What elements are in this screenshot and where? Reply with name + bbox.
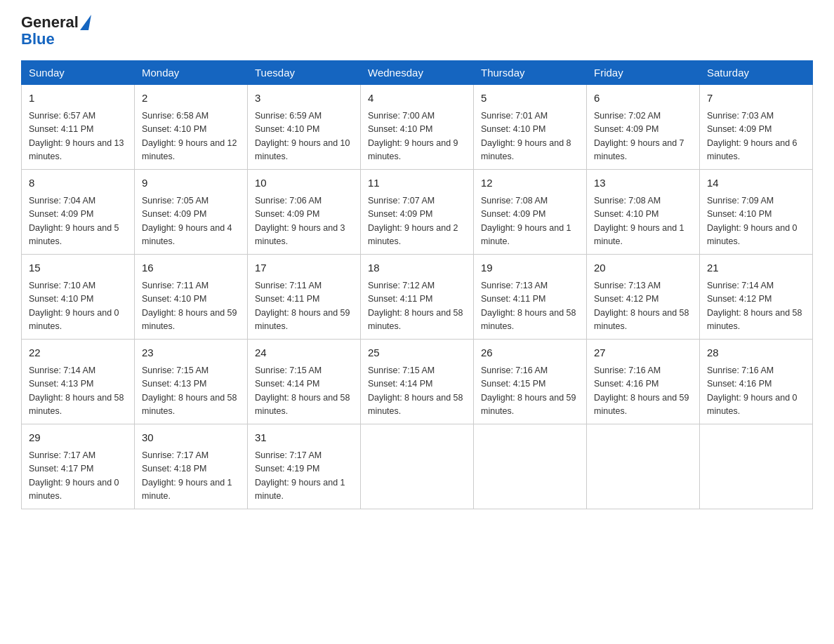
day-number: 31 xyxy=(255,430,353,446)
day-info: Sunrise: 7:08 AMSunset: 4:09 PMDaylight:… xyxy=(481,194,579,249)
day-info: Sunrise: 7:02 AMSunset: 4:09 PMDaylight:… xyxy=(594,109,692,164)
logo-triangle xyxy=(80,15,91,30)
day-number: 7 xyxy=(707,90,805,107)
calendar-cell xyxy=(361,424,474,509)
calendar-cell: 14 Sunrise: 7:09 AMSunset: 4:10 PMDaylig… xyxy=(700,170,813,255)
calendar-header-monday: Monday xyxy=(135,61,248,85)
calendar-header-wednesday: Wednesday xyxy=(361,61,474,85)
day-info: Sunrise: 7:04 AMSunset: 4:09 PMDaylight:… xyxy=(29,194,127,249)
day-info: Sunrise: 7:10 AMSunset: 4:10 PMDaylight:… xyxy=(29,279,127,334)
calendar-cell: 23 Sunrise: 7:15 AMSunset: 4:13 PMDaylig… xyxy=(135,340,248,424)
day-number: 3 xyxy=(255,90,353,107)
day-info: Sunrise: 7:03 AMSunset: 4:09 PMDaylight:… xyxy=(707,109,805,164)
day-info: Sunrise: 7:14 AMSunset: 4:12 PMDaylight:… xyxy=(707,279,805,334)
calendar-cell: 24 Sunrise: 7:15 AMSunset: 4:14 PMDaylig… xyxy=(248,340,361,424)
day-number: 16 xyxy=(142,260,240,276)
calendar-cell xyxy=(700,424,813,509)
calendar-cell: 7 Sunrise: 7:03 AMSunset: 4:09 PMDayligh… xyxy=(700,85,813,170)
day-number: 4 xyxy=(368,90,466,107)
day-info: Sunrise: 7:15 AMSunset: 4:14 PMDaylight:… xyxy=(368,364,466,419)
day-info: Sunrise: 7:16 AMSunset: 4:16 PMDaylight:… xyxy=(594,364,692,419)
day-info: Sunrise: 7:14 AMSunset: 4:13 PMDaylight:… xyxy=(29,364,127,419)
calendar-cell: 26 Sunrise: 7:16 AMSunset: 4:15 PMDaylig… xyxy=(474,340,587,424)
day-number: 11 xyxy=(368,175,466,192)
calendar-cell: 22 Sunrise: 7:14 AMSunset: 4:13 PMDaylig… xyxy=(22,340,135,424)
day-number: 25 xyxy=(368,345,466,361)
day-info: Sunrise: 7:16 AMSunset: 4:15 PMDaylight:… xyxy=(481,364,579,419)
calendar-header-sunday: Sunday xyxy=(22,61,135,85)
calendar-cell: 17 Sunrise: 7:11 AMSunset: 4:11 PMDaylig… xyxy=(248,255,361,340)
calendar-cell: 19 Sunrise: 7:13 AMSunset: 4:11 PMDaylig… xyxy=(474,255,587,340)
day-number: 9 xyxy=(142,175,240,192)
calendar-header-thursday: Thursday xyxy=(474,61,587,85)
day-number: 12 xyxy=(481,175,579,192)
day-info: Sunrise: 7:15 AMSunset: 4:14 PMDaylight:… xyxy=(255,364,353,419)
day-info: Sunrise: 7:05 AMSunset: 4:09 PMDaylight:… xyxy=(142,194,240,249)
day-number: 20 xyxy=(594,260,692,276)
calendar-cell: 18 Sunrise: 7:12 AMSunset: 4:11 PMDaylig… xyxy=(361,255,474,340)
day-number: 30 xyxy=(142,430,240,446)
calendar-cell: 21 Sunrise: 7:14 AMSunset: 4:12 PMDaylig… xyxy=(700,255,813,340)
calendar-cell: 30 Sunrise: 7:17 AMSunset: 4:18 PMDaylig… xyxy=(135,424,248,509)
calendar-cell: 28 Sunrise: 7:16 AMSunset: 4:16 PMDaylig… xyxy=(700,340,813,424)
calendar-cell: 9 Sunrise: 7:05 AMSunset: 4:09 PMDayligh… xyxy=(135,170,248,255)
day-info: Sunrise: 7:12 AMSunset: 4:11 PMDaylight:… xyxy=(368,279,466,334)
calendar-week-2: 8 Sunrise: 7:04 AMSunset: 4:09 PMDayligh… xyxy=(22,170,813,255)
calendar-cell: 5 Sunrise: 7:01 AMSunset: 4:10 PMDayligh… xyxy=(474,85,587,170)
day-number: 26 xyxy=(481,345,579,361)
calendar-table: SundayMondayTuesdayWednesdayThursdayFrid… xyxy=(21,60,813,509)
day-info: Sunrise: 6:58 AMSunset: 4:10 PMDaylight:… xyxy=(142,109,240,164)
day-number: 23 xyxy=(142,345,240,361)
logo-general: General xyxy=(21,14,79,31)
day-info: Sunrise: 7:07 AMSunset: 4:09 PMDaylight:… xyxy=(368,194,466,249)
day-info: Sunrise: 6:59 AMSunset: 4:10 PMDaylight:… xyxy=(255,109,353,164)
calendar-cell: 16 Sunrise: 7:11 AMSunset: 4:10 PMDaylig… xyxy=(135,255,248,340)
calendar-week-5: 29 Sunrise: 7:17 AMSunset: 4:17 PMDaylig… xyxy=(22,424,813,509)
day-info: Sunrise: 7:17 AMSunset: 4:19 PMDaylight:… xyxy=(255,449,353,504)
day-number: 15 xyxy=(29,260,127,276)
day-number: 28 xyxy=(707,345,805,361)
calendar-cell: 25 Sunrise: 7:15 AMSunset: 4:14 PMDaylig… xyxy=(361,340,474,424)
calendar-week-4: 22 Sunrise: 7:14 AMSunset: 4:13 PMDaylig… xyxy=(22,340,813,424)
day-number: 22 xyxy=(29,345,127,361)
day-number: 29 xyxy=(29,430,127,446)
calendar-week-3: 15 Sunrise: 7:10 AMSunset: 4:10 PMDaylig… xyxy=(22,255,813,340)
page-header: General Blue xyxy=(21,14,813,48)
day-number: 17 xyxy=(255,260,353,276)
day-number: 18 xyxy=(368,260,466,276)
calendar-cell: 31 Sunrise: 7:17 AMSunset: 4:19 PMDaylig… xyxy=(248,424,361,509)
calendar-cell: 11 Sunrise: 7:07 AMSunset: 4:09 PMDaylig… xyxy=(361,170,474,255)
day-info: Sunrise: 7:17 AMSunset: 4:17 PMDaylight:… xyxy=(29,449,127,504)
calendar-cell: 20 Sunrise: 7:13 AMSunset: 4:12 PMDaylig… xyxy=(587,255,700,340)
day-number: 10 xyxy=(255,175,353,192)
calendar-cell: 27 Sunrise: 7:16 AMSunset: 4:16 PMDaylig… xyxy=(587,340,700,424)
calendar-week-1: 1 Sunrise: 6:57 AMSunset: 4:11 PMDayligh… xyxy=(22,85,813,170)
day-number: 1 xyxy=(29,90,127,107)
day-info: Sunrise: 7:00 AMSunset: 4:10 PMDaylight:… xyxy=(368,109,466,164)
day-info: Sunrise: 7:13 AMSunset: 4:12 PMDaylight:… xyxy=(594,279,692,334)
day-info: Sunrise: 7:01 AMSunset: 4:10 PMDaylight:… xyxy=(481,109,579,164)
day-number: 5 xyxy=(481,90,579,107)
calendar-cell: 12 Sunrise: 7:08 AMSunset: 4:09 PMDaylig… xyxy=(474,170,587,255)
day-info: Sunrise: 7:11 AMSunset: 4:11 PMDaylight:… xyxy=(255,279,353,334)
calendar-cell: 1 Sunrise: 6:57 AMSunset: 4:11 PMDayligh… xyxy=(22,85,135,170)
calendar-cell xyxy=(587,424,700,509)
day-info: Sunrise: 7:17 AMSunset: 4:18 PMDaylight:… xyxy=(142,449,240,504)
calendar-header-friday: Friday xyxy=(587,61,700,85)
day-info: Sunrise: 7:16 AMSunset: 4:16 PMDaylight:… xyxy=(707,364,805,419)
day-info: Sunrise: 7:13 AMSunset: 4:11 PMDaylight:… xyxy=(481,279,579,334)
day-number: 24 xyxy=(255,345,353,361)
day-number: 6 xyxy=(594,90,692,107)
day-info: Sunrise: 7:08 AMSunset: 4:10 PMDaylight:… xyxy=(594,194,692,249)
logo: General Blue xyxy=(21,14,90,48)
day-info: Sunrise: 6:57 AMSunset: 4:11 PMDaylight:… xyxy=(29,109,127,164)
calendar-header-saturday: Saturday xyxy=(700,61,813,85)
calendar-cell: 3 Sunrise: 6:59 AMSunset: 4:10 PMDayligh… xyxy=(248,85,361,170)
day-number: 8 xyxy=(29,175,127,192)
day-info: Sunrise: 7:11 AMSunset: 4:10 PMDaylight:… xyxy=(142,279,240,334)
calendar-cell: 10 Sunrise: 7:06 AMSunset: 4:09 PMDaylig… xyxy=(248,170,361,255)
day-number: 19 xyxy=(481,260,579,276)
calendar-cell: 6 Sunrise: 7:02 AMSunset: 4:09 PMDayligh… xyxy=(587,85,700,170)
day-number: 27 xyxy=(594,345,692,361)
calendar-cell xyxy=(474,424,587,509)
